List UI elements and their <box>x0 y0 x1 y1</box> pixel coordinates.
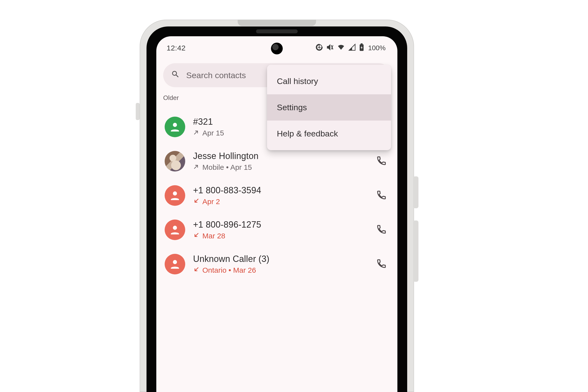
call-row[interactable]: +1 800-896-1275 Mar 28 <box>156 213 398 247</box>
phone-bezel: 12:42 <box>146 26 407 392</box>
section-header-older: Older <box>163 94 179 102</box>
call-row[interactable]: Unknown Caller (3) Ontario • Mar 26 <box>156 247 398 281</box>
svg-point-4 <box>173 191 177 196</box>
missed-arrow-icon <box>193 266 200 274</box>
phone-side-button <box>136 103 140 120</box>
phone-earpiece <box>256 30 298 33</box>
call-sub-text: Mar 28 <box>202 232 225 240</box>
menu-item-call-history[interactable]: Call history <box>267 68 391 94</box>
call-sub-text: Apr 2 <box>202 198 220 206</box>
search-icon <box>171 70 180 80</box>
menu-item-settings[interactable]: Settings <box>267 94 391 120</box>
call-title: +1 800-896-1275 <box>193 220 368 230</box>
call-entry: Unknown Caller (3) Ontario • Mar 26 <box>193 254 368 274</box>
overflow-menu: Call history Settings Help & feedback <box>267 65 391 150</box>
call-sub-text: Mobile • Apr 15 <box>202 163 252 172</box>
call-subtitle: Apr 2 <box>193 198 368 206</box>
avatar <box>165 185 185 206</box>
battery-percent: 100% <box>368 44 386 52</box>
call-subtitle: Mar 28 <box>193 232 368 240</box>
call-row[interactable]: +1 800-883-3594 Apr 2 <box>156 178 398 213</box>
avatar <box>165 220 185 240</box>
missed-arrow-icon <box>193 198 200 206</box>
call-title: +1 800-883-3594 <box>193 185 368 196</box>
phone-notch <box>238 20 316 26</box>
svg-point-6 <box>173 260 177 264</box>
outgoing-arrow-icon <box>193 129 200 137</box>
battery-icon <box>359 43 364 53</box>
svg-point-5 <box>173 226 177 230</box>
phone-side-button <box>413 176 418 208</box>
search-placeholder: Search contacts <box>186 70 246 80</box>
call-title: Unknown Caller (3) <box>193 254 368 264</box>
avatar <box>165 151 185 172</box>
call-entry: +1 800-896-1275 Mar 28 <box>193 220 368 240</box>
avatar <box>165 254 185 274</box>
signal-icon <box>348 44 356 53</box>
svg-rect-2 <box>361 43 362 44</box>
phone-side-button <box>413 220 418 282</box>
call-subtitle: Ontario • Mar 26 <box>193 266 368 274</box>
mute-icon <box>326 44 334 53</box>
wifi-icon <box>337 44 345 53</box>
avatar <box>165 116 185 137</box>
status-icons: 100% <box>316 43 386 53</box>
menu-item-help-feedback[interactable]: Help & feedback <box>267 120 391 147</box>
missed-arrow-icon <box>193 232 200 240</box>
call-button[interactable] <box>376 258 386 270</box>
screen: 12:42 <box>156 36 398 392</box>
call-sub-text: Apr 15 <box>202 129 224 137</box>
call-button[interactable] <box>376 190 386 201</box>
svg-point-3 <box>173 123 177 127</box>
call-button[interactable] <box>376 156 386 167</box>
status-time: 12:42 <box>166 44 186 52</box>
data-saver-icon <box>316 44 323 53</box>
call-title: Jesse Hollington <box>193 151 368 161</box>
call-button[interactable] <box>376 224 386 236</box>
phone-frame: 12:42 <box>140 20 414 392</box>
call-entry: +1 800-883-3594 Apr 2 <box>193 185 368 206</box>
outgoing-arrow-icon <box>193 163 200 172</box>
status-bar: 12:42 <box>156 36 398 60</box>
call-subtitle: Mobile • Apr 15 <box>193 163 368 172</box>
call-entry: Jesse Hollington Mobile • Apr 15 <box>193 151 368 172</box>
call-sub-text: Ontario • Mar 26 <box>202 266 256 274</box>
